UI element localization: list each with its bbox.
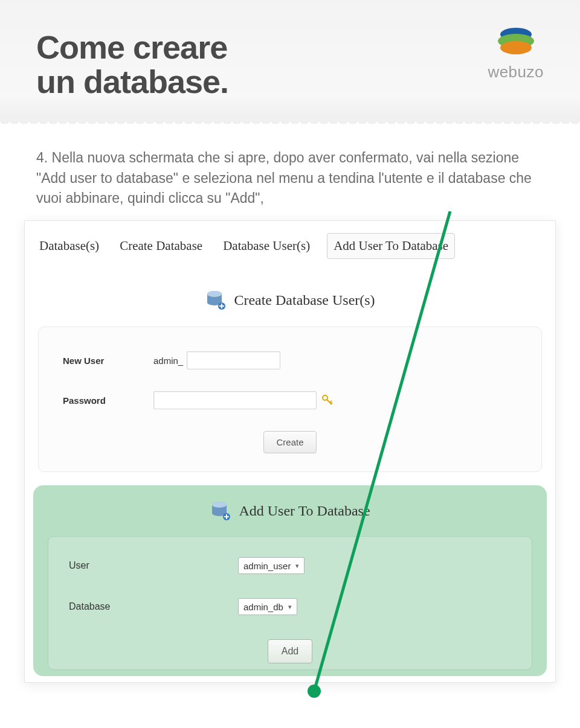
tab-create-database[interactable]: Create Database [116, 234, 206, 258]
add-user-highlight-block: Add User To Database User admin_user ▾ D… [33, 485, 547, 676]
add-user-title-text: Add User To Database [239, 503, 370, 519]
header-divider [0, 115, 580, 124]
svg-point-9 [212, 502, 227, 508]
new-user-label: New User [63, 356, 153, 366]
create-user-section-title: Create Database User(s) [33, 289, 547, 311]
database-select-row: Database admin_db ▾ [69, 598, 511, 615]
instruction-text: Nella nuova schermata che si apre, dopo … [36, 150, 532, 206]
tab-database-users[interactable]: Database User(s) [219, 234, 314, 258]
create-user-title-text: Create Database User(s) [234, 292, 375, 308]
password-input[interactable] [153, 391, 317, 409]
tab-databases[interactable]: Database(s) [36, 234, 103, 258]
database-select[interactable]: admin_db ▾ [238, 598, 297, 615]
add-user-card: User admin_user ▾ Database admin_db ▾ Ad… [48, 536, 532, 670]
title-line-1: Come creare [36, 29, 227, 65]
page-title: Come creare un database. [36, 30, 544, 98]
new-user-row: New User admin_ [63, 351, 517, 369]
title-line-2: un database. [36, 63, 228, 100]
user-prefix: admin_ [153, 356, 183, 366]
key-icon[interactable] [321, 394, 334, 406]
tab-add-user-to-database[interactable]: Add User To Database [327, 233, 455, 259]
database-add-icon [205, 289, 227, 311]
brand-logo: webuzo [488, 24, 544, 81]
database-add-icon [210, 500, 231, 522]
brand-text: webuzo [488, 63, 544, 81]
webuzo-sphere-icon [495, 24, 537, 58]
svg-point-5 [207, 291, 222, 297]
user-select[interactable]: admin_user ▾ [238, 557, 304, 574]
add-user-section-title: Add User To Database [48, 500, 532, 522]
password-row: Password [63, 391, 517, 409]
user-select-label: User [69, 560, 238, 571]
page-header: Come creare un database. webuzo [0, 0, 580, 117]
create-button[interactable]: Create [263, 431, 316, 453]
password-label: Password [63, 395, 153, 406]
svg-point-2 [500, 41, 532, 54]
chevron-down-icon: ▾ [288, 603, 292, 611]
add-button[interactable]: Add [268, 639, 312, 663]
chevron-down-icon: ▾ [295, 562, 299, 570]
database-select-value: admin_db [243, 602, 283, 612]
screenshot-panel: Database(s) Create Database Database Use… [24, 220, 556, 683]
instruction-paragraph: 4. Nella nuova schermata che si apre, do… [0, 124, 580, 220]
svg-point-7 [323, 395, 327, 400]
step-number: 4. [36, 150, 48, 165]
svg-point-12 [308, 685, 321, 698]
create-user-card: New User admin_ Password Create [38, 327, 542, 472]
user-select-value: admin_user [243, 561, 291, 571]
new-user-input[interactable] [187, 351, 280, 369]
database-select-label: Database [69, 601, 238, 612]
user-select-row: User admin_user ▾ [69, 557, 511, 574]
tab-bar: Database(s) Create Database Database Use… [33, 229, 547, 270]
